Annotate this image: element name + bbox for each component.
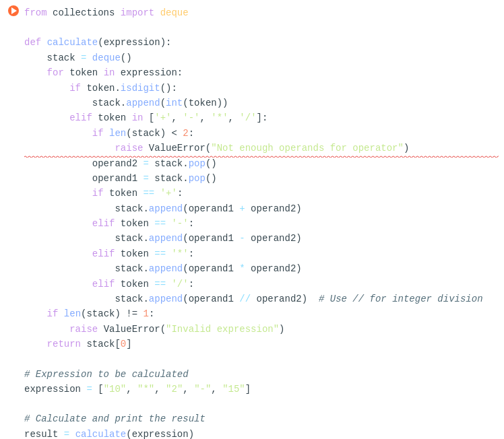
code-line xyxy=(0,397,504,411)
token-normal: stack[ xyxy=(81,339,121,349)
code-line: stack.append(operand1 - operand2) xyxy=(0,231,504,246)
token-normal xyxy=(69,429,75,439)
token-normal: ValueError( xyxy=(143,143,211,154)
code-line: operand1 = stack.pop() xyxy=(0,171,504,186)
token-builtin: len xyxy=(64,308,81,319)
token-normal xyxy=(24,188,92,199)
token-normal: : xyxy=(189,279,194,290)
line-content: if token == '+': xyxy=(24,186,499,201)
token-number: 0 xyxy=(121,339,126,349)
code-line: for token in expression: xyxy=(0,65,504,80)
token-normal: expression: xyxy=(115,67,183,78)
token-normal: : xyxy=(177,188,183,199)
token-normal xyxy=(154,188,160,199)
line-content: return stack[0] xyxy=(24,337,499,351)
token-normal xyxy=(24,248,92,259)
token-normal: ( xyxy=(160,98,166,108)
token-string: '+' xyxy=(154,112,171,123)
token-string: '*' xyxy=(211,112,228,123)
token-normal xyxy=(104,128,109,139)
token-normal: ) xyxy=(279,324,284,335)
token-comment: # Calculate and print the result xyxy=(24,413,206,424)
line-content: elif token == '*': xyxy=(24,246,499,261)
token-normal: operand2) xyxy=(251,294,319,304)
token-fn: deque xyxy=(92,53,121,63)
code-line: stack.append(operand1 // operand2) # Use… xyxy=(0,292,504,306)
line-content: if len(stack) < 2: xyxy=(24,126,499,141)
line-content: stack.append(operand1 * operand2) xyxy=(24,261,499,276)
token-op: = xyxy=(64,429,69,439)
line-content: # Calculate and print the result xyxy=(24,411,499,426)
token-fn: isdigit xyxy=(121,83,160,94)
token-string: '-' xyxy=(171,218,188,229)
token-normal: () xyxy=(121,53,132,63)
token-normal: (operand1 xyxy=(183,294,239,304)
token-kw: if xyxy=(92,188,104,199)
code-line xyxy=(0,352,504,367)
code-line: def calculate(expression): xyxy=(0,35,504,50)
token-normal: ] xyxy=(245,384,251,395)
code-line: elif token == '/': xyxy=(0,277,504,292)
token-normal: : xyxy=(189,128,194,139)
token-normal: ) xyxy=(404,143,409,154)
line-content: elif token == '-': xyxy=(24,216,499,231)
line-content: raise ValueError("Invalid expression") xyxy=(24,322,499,337)
token-fn: append xyxy=(149,294,183,304)
token-normal: operand2 xyxy=(24,158,143,169)
token-op: = xyxy=(143,158,148,169)
token-normal xyxy=(58,308,63,319)
token-normal xyxy=(24,128,92,139)
token-comment: # Expression to be calculated xyxy=(24,369,189,380)
token-normal: , xyxy=(126,384,137,395)
token-normal: stack. xyxy=(24,233,149,244)
token-string: "Not enough operands for operator" xyxy=(211,143,404,154)
token-normal: : xyxy=(189,248,194,259)
token-string: '+' xyxy=(160,188,177,199)
token-normal: (token)) xyxy=(183,98,228,108)
token-fn: calculate xyxy=(47,37,98,48)
token-op: == xyxy=(154,279,166,290)
code-editor: from collections import dequedef calcula… xyxy=(0,0,504,439)
token-kw: if xyxy=(47,308,59,319)
token-string: "10" xyxy=(104,384,127,395)
token-normal: [ xyxy=(92,384,104,395)
token-fn: pop xyxy=(189,158,206,169)
token-op: == xyxy=(154,248,166,259)
code-line: stack = deque() xyxy=(0,50,504,65)
code-line: if len(stack) != 1: xyxy=(0,306,504,321)
token-normal: stack. xyxy=(149,158,189,169)
token-op: // xyxy=(239,294,251,304)
token-string: "2" xyxy=(166,384,183,395)
line-content: expression = ["10", "*", "2", "-", "15"] xyxy=(24,382,499,397)
code-line: expression = ["10", "*", "2", "-", "15"] xyxy=(0,382,504,397)
line-content: if token.isdigit(): xyxy=(24,81,499,96)
token-normal: (): xyxy=(160,83,177,94)
code-line: if token.isdigit(): xyxy=(0,81,504,96)
token-normal: token. xyxy=(81,83,121,94)
line-content: if len(stack) != 1: xyxy=(24,306,499,321)
line-content: elif token in ['+', '-', '*', '/']: xyxy=(24,110,499,125)
token-op: * xyxy=(239,263,245,274)
code-line: elif token == '*': xyxy=(0,246,504,261)
token-normal: , xyxy=(228,112,240,123)
token-normal: token xyxy=(115,279,154,290)
token-kw: if xyxy=(92,128,104,139)
token-normal: : xyxy=(189,218,194,229)
token-string: "15" xyxy=(222,384,245,395)
token-builtin: len xyxy=(109,128,126,139)
token-normal: (operand1 xyxy=(183,203,239,214)
code-line xyxy=(0,20,504,35)
token-normal: : xyxy=(149,308,154,319)
token-normal xyxy=(24,112,69,123)
token-kw: import xyxy=(121,7,154,18)
token-fn: append xyxy=(149,263,183,274)
token-builtin: int xyxy=(166,98,183,108)
token-normal xyxy=(86,53,92,63)
token-normal: ] xyxy=(126,339,131,349)
line-content: stack.append(operand1 - operand2) xyxy=(24,231,499,246)
token-kw: def xyxy=(24,37,41,48)
run-icon[interactable] xyxy=(8,5,19,16)
line-content: elif token == '/': xyxy=(24,277,499,292)
token-normal: operand2) xyxy=(245,263,302,274)
token-normal: (expression): xyxy=(98,37,171,48)
